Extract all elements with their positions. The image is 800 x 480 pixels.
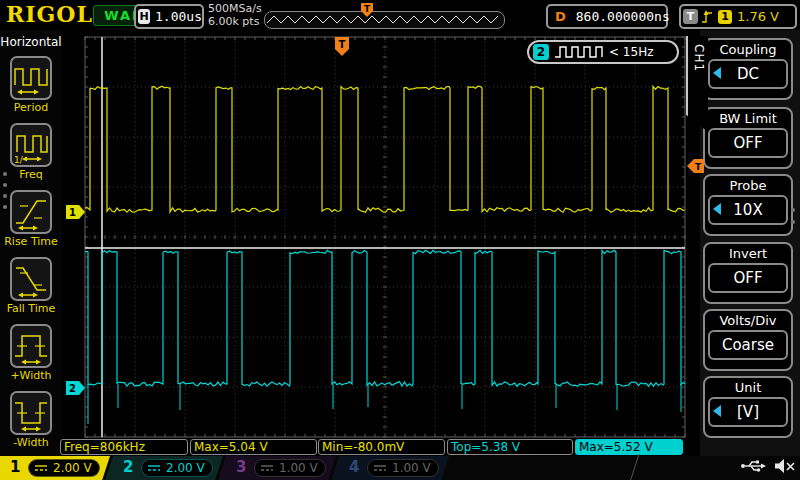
channel-status-bar: 1 2.00 V 2 2.00 V	[0, 456, 800, 480]
channel-3-tab[interactable]: 3 1.00 V	[218, 456, 336, 480]
menu-group-title: Coupling	[705, 42, 791, 57]
menu-group-value[interactable]: OFF	[708, 128, 788, 158]
ch1-waveform	[85, 86, 685, 212]
delay-value: 860.000000ns	[576, 9, 670, 24]
channel-scale: 2.00 V	[53, 461, 92, 475]
rigol-logo: RIGOL	[6, 1, 93, 27]
delay-box: D 860.000000ns	[546, 4, 668, 29]
menu-item-minus-width[interactable]: -Width	[0, 391, 62, 449]
ch1-ground-marker-label: 1	[69, 207, 76, 218]
menu-item-period[interactable]: Period	[0, 56, 62, 114]
channel-2-tab[interactable]: 2 2.00 V	[105, 456, 223, 480]
channel-scale-box: 2.00 V	[28, 459, 100, 477]
trigger-frequency-badge: 2 < 15Hz	[527, 40, 679, 64]
measure-menu-sidebar: Horizontal Period 1/ Freq	[0, 30, 62, 456]
measurement-freq[interactable]: Freq=806kHz	[60, 439, 188, 455]
oscilloscope-screen: RIGOL WAIT H 1.00us 500MSa/s 6.00k pts D…	[0, 0, 800, 480]
usb-icon	[740, 458, 766, 474]
channel-scale: 2.00 V	[166, 461, 205, 475]
menu-group-value[interactable]: 10X	[708, 195, 788, 225]
ch2-ground-marker[interactable]	[66, 381, 85, 395]
dc-coupling-icon	[147, 462, 161, 474]
menu-group-unit[interactable]: Unit [V]	[703, 376, 793, 438]
menu-group-probe[interactable]: Probe 10X	[703, 174, 793, 236]
menu-item-label: Rise Time	[0, 235, 62, 248]
waveform-memory-preview[interactable]	[264, 11, 505, 29]
trigger-position-letter: T	[339, 39, 346, 50]
sample-rate: 500MSa/s	[208, 2, 262, 15]
menu-group-value[interactable]: [V]	[708, 397, 788, 427]
menu-item-label: +Width	[0, 369, 62, 382]
menu-group-invert[interactable]: Invert OFF	[703, 242, 793, 304]
trigger-source-chip: 1	[718, 10, 732, 24]
channel-scale-box: 1.00 V	[367, 459, 439, 477]
menu-item-plus-width[interactable]: +Width	[0, 324, 62, 382]
measurement-max-ch1[interactable]: Max=5.04 V	[190, 439, 317, 455]
square-wave-icon	[555, 45, 603, 59]
menu-group-title: BW Limit	[705, 111, 791, 126]
measure-menu-title: Horizontal	[0, 35, 62, 49]
channel-scale-box: 2.00 V	[141, 459, 213, 477]
ch2-waveform	[85, 250, 685, 386]
menu-group-title: Unit	[705, 380, 791, 395]
menu-item-fall-time[interactable]: Fall Time	[0, 257, 62, 315]
rise-time-icon	[12, 192, 50, 232]
submenu-arrow-icon	[713, 405, 721, 417]
ch1-ground-marker[interactable]	[66, 205, 85, 219]
trigger-position-marker[interactable]	[335, 37, 349, 56]
rising-edge-icon	[701, 9, 714, 25]
submenu-arrow-icon	[713, 203, 721, 215]
submenu-arrow-icon	[713, 67, 721, 79]
menu-group-title: Volts/Div	[705, 313, 791, 328]
menu-group-volts-div[interactable]: Volts/Div Coarse	[703, 309, 793, 371]
channel-number: 2	[123, 458, 133, 476]
measurement-min[interactable]: Min=-80.0mV	[318, 439, 445, 455]
h-label-chip: H	[138, 9, 150, 24]
horizontal-timebase-box: H 1.00us	[134, 4, 204, 29]
ch2-ground-marker-label: 2	[69, 383, 76, 394]
menu-item-label: Freq	[0, 168, 62, 181]
trigger-badge-channel-chip: 2	[533, 44, 549, 60]
trigger-label-chip: T	[683, 9, 698, 24]
menu-item-freq[interactable]: 1/ Freq	[0, 123, 62, 181]
period-icon	[12, 58, 50, 98]
trigger-level-value: 1.76 V	[737, 9, 779, 24]
channel-scale: 1.00 V	[392, 461, 431, 475]
minus-width-icon	[12, 393, 50, 433]
grid-border	[85, 37, 685, 437]
channel-1-tab[interactable]: 1 2.00 V	[0, 456, 110, 480]
scroll-dot	[3, 183, 7, 187]
menu-group-value[interactable]: DC	[708, 59, 788, 89]
scroll-dot	[791, 208, 795, 212]
menu-group-title: Invert	[705, 246, 791, 261]
timebase-value: 1.00us	[155, 9, 202, 24]
menu-item-rise-time[interactable]: Rise Time	[0, 190, 62, 248]
trigger-info-box: T 1 1.76 V	[679, 4, 797, 29]
menu-group-value[interactable]: Coarse	[708, 330, 788, 360]
menu-group-title: Probe	[705, 178, 791, 193]
delay-label: D	[555, 9, 566, 24]
svg-text:1/: 1/	[14, 155, 24, 165]
dc-coupling-icon	[260, 462, 274, 474]
scroll-dot	[3, 205, 7, 209]
scroll-dot	[3, 194, 7, 198]
menu-group-value[interactable]: OFF	[708, 263, 788, 293]
channel-menu-sidebar: Coupling DC BW Limit OFF Probe 10X Inver…	[700, 30, 800, 456]
status-divider	[629, 454, 639, 480]
preview-zigzag	[265, 13, 502, 27]
measurement-max-ch2[interactable]: Max=5.52 V	[575, 439, 683, 455]
top-status-bar: RIGOL WAIT H 1.00us 500MSa/s 6.00k pts D…	[0, 0, 800, 30]
acquisition-info: 500MSa/s 6.00k pts	[208, 2, 262, 28]
memory-depth: 6.00k pts	[208, 15, 262, 28]
freq-icon: 1/	[12, 125, 50, 165]
scroll-dot	[3, 172, 7, 176]
active-channel-tab[interactable]: CH1	[686, 36, 708, 132]
menu-group-bw-limit[interactable]: BW Limit OFF	[703, 107, 793, 169]
plus-width-icon	[12, 326, 50, 366]
menu-group-coupling[interactable]: Coupling DC	[703, 38, 793, 100]
channel-4-tab[interactable]: 4 1.00 V	[331, 456, 449, 480]
channel-number: 4	[349, 458, 359, 476]
measurement-top[interactable]: Top=5.38 V	[447, 439, 573, 455]
trigger-frequency-text: < 15Hz	[609, 45, 653, 59]
channel-number: 3	[236, 458, 246, 476]
